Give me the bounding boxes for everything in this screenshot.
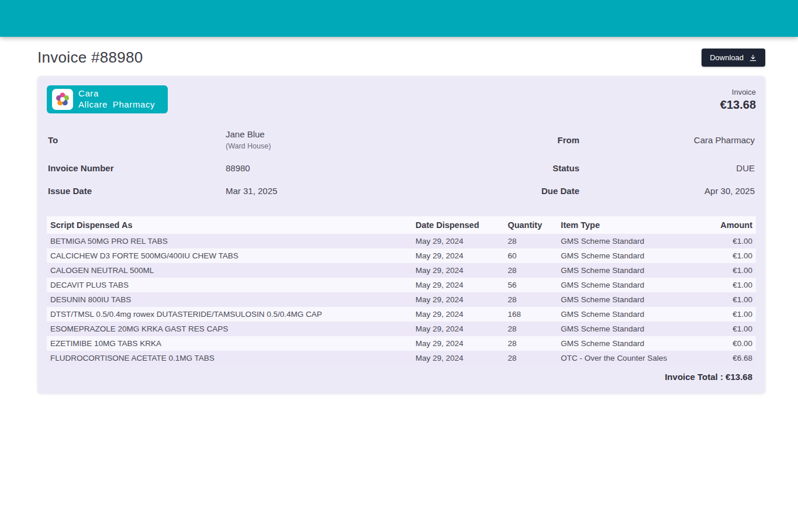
invoice-total-amount: €13.68 (726, 372, 752, 382)
due-date-value: Apr 30, 2025 (581, 186, 756, 196)
cell-quantity: 28 (504, 322, 557, 336)
cell-date-dispensed: May 29, 2024 (412, 336, 505, 351)
cell-date-dispensed: May 29, 2024 (412, 322, 505, 336)
status-value: DUE (581, 163, 756, 173)
cell-quantity: 28 (504, 336, 557, 351)
cell-script-dispensed-as: CALCICHEW D3 FORTE 500MG/400IU CHEW TABS (47, 248, 412, 263)
cell-script-dispensed-as: BETMIGA 50MG PRO REL TABS (47, 234, 412, 248)
cell-quantity: 28 (504, 351, 557, 365)
invoice-number-value: 88980 (224, 163, 464, 173)
table-row: ESOMEPRAZOLE 20MG KRKA GAST RES CAPS May… (47, 322, 756, 336)
cell-date-dispensed: May 29, 2024 (412, 278, 505, 292)
cell-item-type: GMS Scheme Standard (557, 263, 681, 278)
page-content: Invoice #88980 Download (0, 49, 798, 417)
cell-amount: €1.00 (682, 278, 756, 292)
cell-date-dispensed: May 29, 2024 (412, 351, 505, 365)
cell-quantity: 28 (504, 234, 557, 248)
cell-amount: €1.00 (682, 234, 756, 248)
invoice-card-header: Cara Allcare Pharmacy Invoice €13.68 (47, 85, 756, 113)
header-date-dispensed: Date Dispensed (412, 216, 505, 234)
header-quantity: Quantity (504, 216, 557, 234)
from-value: Cara Pharmacy (581, 135, 756, 145)
table-row: DTST/TMSL 0.5/0.4mg rowex DUTASTERIDE/TA… (47, 307, 756, 322)
invoice-number-label: Invoice Number (47, 163, 224, 173)
invoice-summary: Invoice €13.68 (720, 85, 756, 112)
top-navigation-bar (0, 0, 798, 37)
cell-amount: €6.68 (682, 351, 756, 365)
cell-script-dispensed-as: DTST/TMSL 0.5/0.4mg rowex DUTASTERIDE/TA… (47, 307, 412, 322)
table-row: EZETIMIBE 10MG TABS KRKA May 29, 2024 28… (47, 336, 756, 351)
cell-item-type: GMS Scheme Standard (557, 278, 681, 292)
issue-date-value: Mar 31, 2025 (224, 186, 464, 196)
header-script-dispensed-as: Script Dispensed As (47, 216, 412, 234)
cell-amount: €1.00 (682, 248, 756, 263)
cell-date-dispensed: May 29, 2024 (412, 263, 505, 278)
header-amount: Amount (682, 216, 756, 234)
to-label: To (47, 135, 224, 145)
download-button[interactable]: Download (702, 49, 765, 67)
issue-date-label: Issue Date (47, 186, 224, 196)
table-row: DECAVIT PLUS TABS May 29, 2024 56 GMS Sc… (47, 278, 756, 292)
cell-date-dispensed: May 29, 2024 (412, 248, 505, 263)
cell-script-dispensed-as: ESOMEPRAZOLE 20MG KRKA GAST RES CAPS (47, 322, 412, 336)
cell-quantity: 168 (504, 307, 557, 322)
cell-quantity: 28 (504, 263, 557, 278)
invoice-summary-amount: €13.68 (720, 98, 756, 112)
cell-item-type: GMS Scheme Standard (557, 234, 681, 248)
from-label: From (464, 135, 581, 145)
cell-item-type: GMS Scheme Standard (557, 248, 681, 263)
pharmacy-logo: Cara Allcare Pharmacy (47, 85, 168, 113)
invoice-card: Cara Allcare Pharmacy Invoice €13.68 To … (37, 76, 765, 393)
invoice-line-items-table: Script Dispensed As Date Dispensed Quant… (47, 216, 756, 365)
table-row: DESUNIN 800IU TABS May 29, 2024 28 GMS S… (47, 292, 756, 307)
title-row: Invoice #88980 Download (37, 49, 765, 67)
download-button-label: Download (710, 53, 744, 62)
recipient-sub: (Ward House) (226, 142, 462, 150)
to-value-block: Jane Blue (Ward House) (224, 129, 464, 150)
page-title: Invoice #88980 (37, 49, 143, 67)
pharmacy-name-line1: Cara (78, 88, 155, 99)
info-row-number-status: Invoice Number 88980 Status DUE (47, 157, 756, 179)
pharmacy-name-line2: Allcare Pharmacy (78, 99, 155, 110)
cell-amount: €1.00 (682, 322, 756, 336)
cell-script-dispensed-as: CALOGEN NEUTRAL 500ML (47, 263, 412, 278)
table-header: Script Dispensed As Date Dispensed Quant… (47, 216, 756, 234)
header-item-type: Item Type (557, 216, 681, 234)
status-label: Status (464, 163, 581, 173)
cell-script-dispensed-as: DECAVIT PLUS TABS (47, 278, 412, 292)
cell-item-type: GMS Scheme Standard (557, 322, 681, 336)
cell-quantity: 28 (504, 292, 557, 307)
cell-quantity: 60 (504, 248, 557, 263)
recipient-name: Jane Blue (226, 129, 462, 139)
table-row: BETMIGA 50MG PRO REL TABS May 29, 2024 2… (47, 234, 756, 248)
cell-item-type: GMS Scheme Standard (557, 292, 681, 307)
invoice-summary-label: Invoice (720, 88, 756, 96)
cell-amount: €1.00 (682, 292, 756, 307)
info-row-to-from: To Jane Blue (Ward House) From Cara Phar… (47, 123, 756, 157)
cell-date-dispensed: May 29, 2024 (412, 292, 505, 307)
invoice-total: Invoice Total : €13.68 (47, 365, 756, 384)
download-icon (749, 54, 757, 62)
cell-script-dispensed-as: FLUDROCORTISONE ACETATE 0.1MG TABS (47, 351, 412, 365)
cell-amount: €0.00 (682, 336, 756, 351)
table-row: CALCICHEW D3 FORTE 500MG/400IU CHEW TABS… (47, 248, 756, 263)
table-row: FLUDROCORTISONE ACETATE 0.1MG TABS May 2… (47, 351, 756, 365)
cell-date-dispensed: May 29, 2024 (412, 234, 505, 248)
pharmacy-name: Cara Allcare Pharmacy (78, 88, 155, 110)
cell-script-dispensed-as: DESUNIN 800IU TABS (47, 292, 412, 307)
cell-quantity: 56 (504, 278, 557, 292)
cell-item-type: GMS Scheme Standard (557, 336, 681, 351)
due-date-label: Due Date (464, 186, 581, 196)
invoice-total-label: Invoice Total : (665, 372, 723, 382)
cell-item-type: GMS Scheme Standard (557, 307, 681, 322)
cell-item-type: OTC - Over the Counter Sales (557, 351, 681, 365)
table-row: CALOGEN NEUTRAL 500ML May 29, 2024 28 GM… (47, 263, 756, 278)
invoice-table-body: BETMIGA 50MG PRO REL TABS May 29, 2024 2… (47, 234, 756, 365)
flower-logo-icon (52, 89, 73, 110)
cell-amount: €1.00 (682, 263, 756, 278)
cell-amount: €1.00 (682, 307, 756, 322)
cell-date-dispensed: May 29, 2024 (412, 307, 505, 322)
cell-script-dispensed-as: EZETIMIBE 10MG TABS KRKA (47, 336, 412, 351)
info-row-dates: Issue Date Mar 31, 2025 Due Date Apr 30,… (47, 179, 756, 202)
